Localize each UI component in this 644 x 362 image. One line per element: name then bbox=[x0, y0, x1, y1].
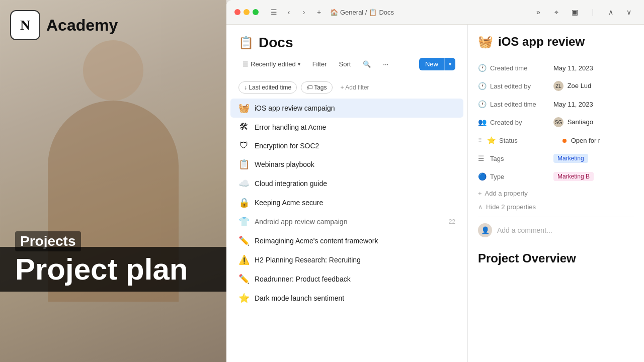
minimize-button[interactable] bbox=[244, 9, 250, 15]
property-row-status[interactable]: ⠿ ⭐ Status Open for r bbox=[478, 131, 634, 149]
property-row-created-by[interactable]: 👥 Created by SG Santiago bbox=[478, 113, 634, 131]
last-edited-by-label: Last edited by bbox=[488, 82, 553, 90]
doc-icon: 🔒 bbox=[238, 197, 250, 208]
tag-type-badge[interactable]: Marketing B bbox=[553, 172, 594, 181]
doc-item[interactable]: 🔒 Keeping Acme secure bbox=[230, 193, 463, 212]
created-by-name: Santiago bbox=[568, 118, 593, 126]
doc-item[interactable]: ☁️ Cloud integration guide bbox=[230, 174, 463, 193]
status-value[interactable]: Open for r bbox=[562, 137, 634, 144]
doc-item[interactable]: ✏️ Roadrunner: Product feedback bbox=[230, 269, 463, 289]
created-time-label: Created time bbox=[488, 64, 553, 72]
search-icon[interactable]: 🔍 bbox=[359, 58, 375, 70]
browser-window: ☰ ‹ › + 🏠 General / 📋 Docs » ⌖ ▣ | ∧ ∨ bbox=[226, 0, 644, 362]
doc-item[interactable]: 📋 Webinars playbook bbox=[230, 155, 463, 174]
tags-filter-label: 🏷 Tags bbox=[306, 84, 327, 91]
tag-marketing-badge[interactable]: Marketing bbox=[553, 154, 588, 163]
docs-icon: 📋 bbox=[238, 36, 254, 50]
notion-logo-icon: N bbox=[10, 10, 40, 40]
tags-filter[interactable]: 🏷 Tags bbox=[301, 81, 332, 94]
add-property-label: Add a property bbox=[485, 190, 528, 197]
property-row-last-edited-time[interactable]: 🕐 Last edited time May 11, 2023 bbox=[478, 95, 634, 113]
doc-icon: 🛠 bbox=[238, 122, 250, 132]
more-options-button[interactable]: ··· bbox=[379, 58, 392, 70]
hide-properties-button[interactable]: ∧ Hide 2 properties bbox=[478, 201, 634, 213]
layout-icon[interactable]: ▣ bbox=[568, 5, 582, 19]
doc-name: Error handling at Acme bbox=[255, 123, 455, 131]
status-text: Open for r bbox=[571, 137, 601, 144]
doc-item[interactable]: 🧺 iOS app review campaign bbox=[230, 99, 463, 118]
last-edited-by-value: ZL Zoe Lud bbox=[553, 81, 634, 91]
content-area: 📋 Docs ☰ Recently edited ▾ Filter Sort bbox=[226, 25, 644, 362]
overlay-project-plan-label: Project plan bbox=[0, 247, 226, 292]
property-row-tags[interactable]: ☰ Tags Marketing bbox=[478, 149, 634, 167]
add-property-button[interactable]: + Add a property bbox=[478, 186, 634, 201]
last-edited-time-label: Last edited time bbox=[488, 101, 553, 108]
add-filter-button[interactable]: + Add filter bbox=[337, 82, 373, 93]
docs-title: Docs bbox=[259, 35, 293, 51]
new-button-chevron[interactable]: ▾ bbox=[445, 59, 455, 69]
comment-placeholder[interactable]: Add a comment... bbox=[497, 226, 552, 234]
breadcrumb-general: General / bbox=[340, 9, 367, 16]
doc-icon: 📋 bbox=[238, 159, 250, 170]
new-button-label[interactable]: New bbox=[419, 58, 444, 70]
recently-edited-chevron: ▾ bbox=[298, 61, 300, 67]
back-icon[interactable]: ‹ bbox=[283, 6, 295, 18]
academy-label: Academy bbox=[46, 16, 118, 35]
status-icon: ⭐ bbox=[487, 136, 497, 144]
doc-item[interactable]: ✏️ Reimagining Acme's content framework bbox=[230, 231, 463, 250]
docs-title-row: 📋 Docs bbox=[238, 35, 455, 51]
plus-icon[interactable]: + bbox=[313, 6, 325, 18]
forward-icon[interactable]: › bbox=[298, 6, 310, 18]
tags-icon: ☰ bbox=[478, 154, 488, 162]
created-by-value: SG Santiago bbox=[553, 117, 634, 127]
doc-name: Webinars playbook bbox=[255, 160, 455, 168]
type-value[interactable]: Marketing B bbox=[553, 172, 634, 181]
doc-item[interactable]: ⚠️ H2 Planning Research: Recruiting bbox=[230, 250, 463, 269]
up-icon[interactable]: ∧ bbox=[604, 5, 618, 19]
doc-item[interactable]: 🛡 Encryption for SOC2 bbox=[230, 136, 463, 155]
down-icon[interactable]: ∨ bbox=[622, 5, 636, 19]
doc-name: Android app review campaign bbox=[255, 218, 444, 226]
comment-area: 👤 Add a comment... bbox=[478, 217, 634, 243]
doc-item[interactable]: 🛠 Error handling at Acme bbox=[230, 118, 463, 136]
property-row-created-time[interactable]: 🕐 Created time May 11, 2023 bbox=[478, 59, 634, 77]
page-title: iOS app review bbox=[498, 35, 585, 49]
doc-item[interactable]: ⭐ Dark mode launch sentiment bbox=[230, 289, 463, 308]
recently-edited-button[interactable]: ☰ Recently edited ▾ bbox=[238, 58, 304, 70]
docs-list: 🧺 iOS app review campaign 🛠 Error handli… bbox=[226, 99, 467, 362]
created-by-avatar: SG bbox=[553, 117, 564, 127]
type-icon: 🔵 bbox=[478, 172, 488, 180]
tags-value[interactable]: Marketing bbox=[553, 154, 634, 163]
last-edited-time-filter-label: ↓ Last edited time bbox=[244, 84, 291, 91]
doc-name: iOS app review campaign bbox=[255, 104, 455, 112]
doc-icon: 🛡 bbox=[238, 140, 250, 151]
sort-button[interactable]: Sort bbox=[335, 58, 355, 70]
comment-avatar: 👤 bbox=[478, 223, 492, 237]
close-button[interactable] bbox=[234, 9, 240, 15]
presenter-panel: N Academy Projects Project plan bbox=[0, 0, 226, 362]
breadcrumb-home-icon[interactable]: 🏠 bbox=[330, 9, 338, 16]
sidebar-toggle-icon[interactable]: » bbox=[531, 5, 545, 19]
cursor-icon[interactable]: ⌖ bbox=[549, 5, 564, 19]
hide-properties-chevron-icon: ∧ bbox=[478, 203, 483, 211]
last-edited-by-icon: 🕐 bbox=[478, 82, 488, 90]
hamburger-icon[interactable]: ☰ bbox=[268, 6, 280, 18]
separator-icon: | bbox=[586, 5, 600, 19]
browser-chrome: ☰ ‹ › + 🏠 General / 📋 Docs » ⌖ ▣ | ∧ ∨ bbox=[226, 0, 644, 25]
drag-handle-icon: ⠿ bbox=[478, 137, 482, 144]
traffic-lights bbox=[234, 9, 259, 15]
type-label: Type bbox=[488, 173, 553, 180]
filter-button[interactable]: Filter bbox=[308, 58, 331, 70]
last-edited-time-filter[interactable]: ↓ Last edited time bbox=[238, 81, 297, 94]
new-button[interactable]: New ▾ bbox=[419, 58, 455, 70]
maximize-button[interactable] bbox=[253, 9, 259, 15]
property-row-type[interactable]: 🔵 Type Marketing B bbox=[478, 167, 634, 186]
breadcrumb: 🏠 General / 📋 Docs bbox=[330, 9, 526, 16]
add-property-plus-icon: + bbox=[478, 190, 482, 197]
doc-icon: 🧺 bbox=[238, 103, 250, 114]
doc-icon: ✏️ bbox=[238, 235, 250, 246]
page-title-row: 🧺 iOS app review bbox=[478, 35, 634, 49]
doc-item[interactable]: 👕 Android app review campaign 22 bbox=[230, 212, 463, 231]
property-row-last-edited-by[interactable]: 🕐 Last edited by ZL Zoe Lud bbox=[478, 77, 634, 95]
notion-n-letter: N bbox=[20, 17, 30, 33]
